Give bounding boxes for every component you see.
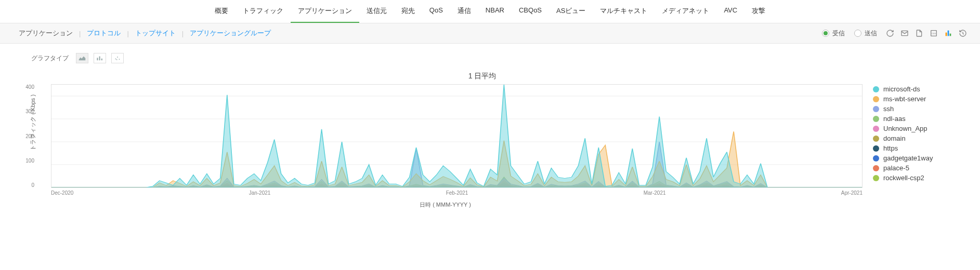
sub-tabs: アプリケーション|プロトコル|トップサイト|アプリケーショングループ (12, 29, 277, 38)
svg-rect-6 (97, 58, 98, 60)
top-tab[interactable]: メディアネット (655, 0, 716, 23)
y-tick: 200 (25, 133, 34, 139)
chart-section: グラフタイプ 1 日平均 トラフィック ( Kbps ) 40030020010… (0, 44, 980, 219)
radio-dot-icon (854, 30, 861, 37)
chart-area: トラフィック ( Kbps ) 4003002001000 Dec-2020Ja… (14, 84, 951, 209)
legend-item[interactable]: microsoft-ds (873, 85, 951, 93)
sub-bar: アプリケーション|プロトコル|トップサイト|アプリケーショングループ 受信 送信… (0, 23, 980, 44)
svg-rect-8 (101, 59, 102, 61)
x-tick: Jan-2021 (249, 190, 271, 196)
top-tabs: 概要トラフィックアプリケーション送信元宛先QoS通信NBARCBQoSASビュー… (0, 0, 980, 23)
sub-tab[interactable]: トップサイト (129, 29, 182, 38)
svg-rect-3 (946, 33, 947, 36)
legend-label: https (883, 144, 898, 152)
legend: microsoft-dsms-wbt-serversshndl-aasUnkno… (873, 84, 951, 209)
legend-label: ndl-aas (883, 115, 906, 123)
legend-item[interactable]: ssh (873, 105, 951, 113)
legend-label: gadgetgate1way (883, 154, 933, 162)
legend-item[interactable]: gadgetgate1way (873, 154, 951, 162)
legend-label: palace-5 (883, 164, 909, 172)
x-tick: Apr-2021 (841, 190, 863, 196)
history-icon[interactable] (958, 29, 968, 38)
top-tab[interactable]: ASビュー (549, 0, 593, 23)
y-tick: 100 (25, 158, 34, 164)
bar-chart-icon[interactable] (944, 29, 953, 38)
legend-swatch-icon (873, 116, 879, 122)
legend-label: microsoft-ds (883, 85, 920, 93)
sub-tab[interactable]: アプリケーション (12, 29, 79, 38)
svg-text:CSV: CSV (932, 32, 936, 35)
svg-rect-7 (99, 57, 100, 61)
legend-swatch-icon (873, 175, 879, 181)
svg-point-12 (116, 59, 117, 60)
x-tick: Mar-2021 (644, 190, 666, 196)
radio-dot-icon (822, 30, 829, 37)
top-tab[interactable]: 送信元 (359, 0, 394, 23)
chart-type-row: グラフタイプ (31, 53, 951, 63)
csv-icon[interactable]: CSV (929, 29, 938, 38)
top-tab[interactable]: トラフィック (236, 0, 291, 23)
scatter-chart-type-button[interactable] (111, 53, 124, 63)
legend-item[interactable]: ndl-aas (873, 115, 951, 123)
legend-item[interactable]: rockwell-csp2 (873, 174, 951, 182)
legend-swatch-icon (873, 145, 879, 152)
legend-item[interactable]: Unknown_App (873, 125, 951, 132)
legend-item[interactable]: ms-wbt-server (873, 95, 951, 103)
legend-swatch-icon (873, 136, 879, 142)
svg-rect-4 (948, 31, 949, 36)
top-tab[interactable]: AVC (716, 0, 744, 23)
legend-swatch-icon (873, 96, 879, 102)
radio-in[interactable]: 受信 (822, 29, 845, 38)
x-ticks: Dec-2020Jan-2021Feb-2021Mar-2021Apr-2021 (51, 190, 863, 196)
legend-swatch-icon (873, 106, 879, 112)
y-tick: 400 (25, 84, 34, 90)
sub-tab[interactable]: アプリケーショングループ (184, 29, 277, 38)
top-tab[interactable]: マルチキャスト (593, 0, 655, 23)
x-axis-title: 日時 ( MMM-YYYY ) (28, 201, 863, 209)
chart-plot-wrap: トラフィック ( Kbps ) 4003002001000 Dec-2020Ja… (14, 84, 863, 209)
legend-label: rockwell-csp2 (883, 174, 924, 182)
area-chart-type-button[interactable] (76, 53, 88, 63)
top-tab[interactable]: 宛先 (394, 0, 422, 23)
toolbar: 受信 送信 CSV (822, 29, 968, 38)
legend-label: Unknown_App (883, 125, 927, 132)
svg-rect-5 (950, 34, 951, 36)
legend-label: ms-wbt-server (883, 95, 926, 103)
legend-item[interactable]: domain (873, 134, 951, 142)
top-tab[interactable]: アプリケーション (291, 0, 359, 23)
y-tick: 0 (31, 182, 34, 188)
bar-chart-type-button[interactable] (94, 53, 106, 63)
legend-label: domain (883, 134, 906, 142)
top-tab[interactable]: QoS (422, 0, 450, 23)
chart-type-label: グラフタイプ (31, 54, 69, 63)
legend-label: ssh (883, 105, 894, 113)
legend-item[interactable]: https (873, 144, 951, 152)
chart-title: 1 日平均 (14, 72, 951, 81)
legend-swatch-icon (873, 165, 879, 171)
top-tab[interactable]: 概要 (207, 0, 236, 23)
direction-radio-group: 受信 送信 (822, 29, 877, 38)
refresh-icon[interactable] (885, 29, 895, 38)
radio-out[interactable]: 送信 (854, 29, 877, 38)
x-tick: Dec-2020 (51, 190, 73, 196)
top-tab[interactable]: 通信 (450, 0, 478, 23)
sub-tab[interactable]: プロトコル (81, 29, 127, 38)
top-tab[interactable]: CBQoS (512, 0, 549, 23)
radio-out-label: 送信 (865, 29, 877, 38)
top-tab[interactable]: 攻撃 (744, 0, 773, 23)
y-ticks: 4003002001000 (14, 84, 36, 188)
y-tick: 300 (25, 109, 34, 114)
svg-point-11 (119, 59, 120, 60)
legend-item[interactable]: palace-5 (873, 164, 951, 172)
plot[interactable] (51, 84, 863, 188)
pdf-icon[interactable] (914, 29, 924, 38)
svg-point-9 (115, 58, 116, 59)
top-tab[interactable]: NBAR (478, 0, 512, 23)
legend-swatch-icon (873, 155, 879, 161)
legend-swatch-icon (873, 86, 879, 92)
svg-point-10 (117, 57, 118, 58)
legend-swatch-icon (873, 126, 879, 132)
radio-in-label: 受信 (832, 29, 845, 38)
mail-icon[interactable] (900, 29, 909, 38)
x-tick: Feb-2021 (446, 190, 468, 196)
